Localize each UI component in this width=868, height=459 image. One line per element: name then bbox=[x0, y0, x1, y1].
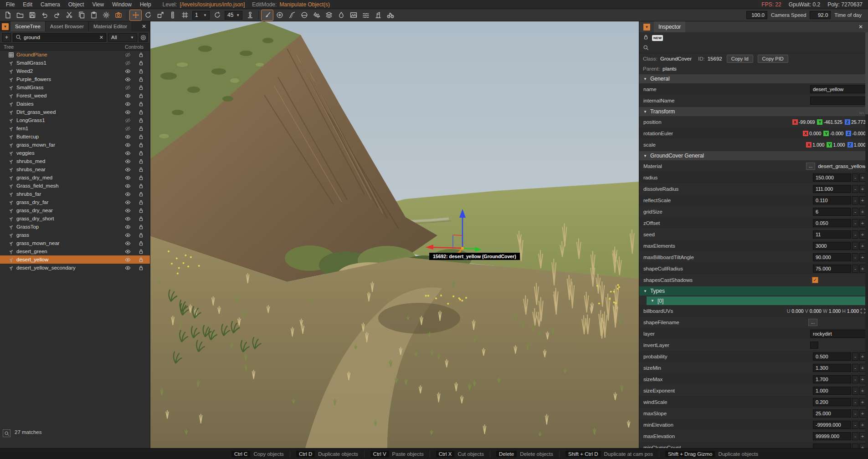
lock-inspector-icon[interactable] bbox=[643, 34, 649, 41]
increment-button[interactable]: + bbox=[859, 230, 866, 239]
scrollbar-thumb[interactable] bbox=[865, 32, 868, 114]
visibility-toggle[interactable] bbox=[124, 76, 132, 82]
tab-asset-browser[interactable]: Asset Browser bbox=[46, 21, 89, 31]
viewport[interactable]: 15692: desert_yellow (GroundCover) bbox=[150, 21, 639, 448]
visibility-toggle[interactable] bbox=[124, 191, 132, 197]
world-editor-camera-button[interactable] bbox=[113, 10, 124, 20]
viewport-scene[interactable] bbox=[150, 21, 639, 448]
tree-item-veggies[interactable]: veggies bbox=[0, 149, 150, 157]
visibility-toggle[interactable] bbox=[124, 126, 132, 132]
decrement-button[interactable]: - bbox=[852, 387, 858, 395]
section-options[interactable]: ... bbox=[859, 108, 864, 115]
visibility-toggle[interactable] bbox=[124, 109, 132, 115]
inspector-search-input[interactable] bbox=[639, 43, 868, 53]
axis-y-value[interactable]: -0.000 bbox=[830, 131, 843, 136]
lock-toggle[interactable] bbox=[138, 191, 144, 197]
tab-scenetree[interactable]: SceneTree bbox=[10, 21, 46, 31]
site-tool-button[interactable] bbox=[372, 10, 384, 20]
invertLayer-checkbox[interactable] bbox=[810, 342, 818, 349]
menu-edit[interactable]: Edit bbox=[19, 1, 36, 8]
lock-toggle[interactable] bbox=[138, 76, 144, 82]
visibility-toggle[interactable] bbox=[124, 68, 132, 74]
menu-view[interactable]: View bbox=[88, 1, 108, 8]
increment-button[interactable]: + bbox=[859, 444, 866, 449]
tree-item-Buttercup[interactable]: Buttercup bbox=[0, 133, 150, 141]
filter-dropdown[interactable]: All ▼ bbox=[108, 33, 137, 42]
lock-toggle[interactable] bbox=[138, 60, 144, 66]
tree-item-grass_mown_far[interactable]: grass_mown_far bbox=[0, 141, 150, 149]
locate-target-button[interactable] bbox=[139, 33, 148, 42]
tree-item-grass[interactable]: grass bbox=[0, 231, 150, 239]
decrement-button[interactable]: - bbox=[852, 432, 858, 440]
increment-button[interactable]: + bbox=[859, 208, 866, 216]
visibility-toggle[interactable] bbox=[124, 52, 132, 58]
menu-camera[interactable]: Camera bbox=[36, 1, 64, 8]
seed-input[interactable]: 11 bbox=[813, 230, 851, 239]
material-value[interactable]: desert_grass_yellow bbox=[818, 163, 866, 169]
decrement-button[interactable]: - bbox=[852, 444, 858, 449]
axis-z-value[interactable]: 25.773 bbox=[851, 119, 866, 125]
inspector-scrollbar[interactable] bbox=[865, 32, 868, 448]
vector3-value[interactable]: X0.000Y-0.000Z-0.000 bbox=[801, 131, 866, 136]
tree-item-grass_dry_short[interactable]: grass_dry_short bbox=[0, 214, 150, 223]
section-groundcover-general[interactable]: ▼GroundCover General bbox=[639, 151, 868, 160]
new-badge[interactable]: NEW bbox=[652, 35, 663, 41]
visibility-toggle[interactable] bbox=[124, 257, 132, 263]
increment-button[interactable]: + bbox=[859, 173, 866, 182]
increment-button[interactable]: + bbox=[859, 398, 866, 406]
add-object-button[interactable] bbox=[274, 10, 285, 20]
grid-snap-select[interactable]: 1▼ bbox=[192, 11, 210, 20]
maxSlope-input[interactable]: 25.000 bbox=[813, 409, 851, 418]
decrement-button[interactable]: - bbox=[852, 265, 858, 273]
increment-button[interactable]: + bbox=[859, 432, 866, 440]
visibility-toggle[interactable] bbox=[124, 249, 132, 255]
decrement-button[interactable]: - bbox=[852, 208, 858, 216]
visibility-toggle[interactable] bbox=[124, 85, 132, 91]
decrement-button[interactable]: - bbox=[852, 375, 858, 383]
minClumpCount-input[interactable] bbox=[813, 444, 851, 449]
maxBillboardTiltAngle-input[interactable]: 90.000 bbox=[813, 253, 851, 261]
lock-toggle[interactable] bbox=[138, 85, 144, 91]
visibility-toggle[interactable] bbox=[124, 101, 132, 107]
maxElevation-input[interactable]: 99999.000 bbox=[813, 432, 851, 440]
increment-button[interactable]: + bbox=[859, 421, 866, 429]
tree-item-Purple_flowers[interactable]: Purple_flowers bbox=[0, 75, 150, 83]
visibility-toggle[interactable] bbox=[124, 240, 132, 246]
visibility-toggle[interactable] bbox=[124, 93, 132, 99]
decrement-button[interactable]: - bbox=[852, 219, 858, 227]
panel-menu-icon[interactable]: ▼ bbox=[2, 23, 9, 30]
lock-toggle[interactable] bbox=[138, 240, 144, 246]
tree-item-Weed2[interactable]: Weed2 bbox=[0, 67, 150, 75]
probability-input[interactable]: 0.500 bbox=[813, 352, 851, 361]
tree-item-desert_yellow[interactable]: desert_yellow bbox=[0, 255, 150, 264]
visibility-toggle[interactable] bbox=[124, 216, 132, 222]
uv-value[interactable]: 1.000 bbox=[829, 308, 841, 314]
increment-button[interactable]: + bbox=[859, 409, 866, 418]
decrement-button[interactable]: - bbox=[852, 352, 858, 361]
tree-item-SmallGrass1[interactable]: SmallGrass1 bbox=[0, 59, 150, 67]
decrement-button[interactable]: - bbox=[852, 185, 858, 193]
visibility-toggle[interactable] bbox=[124, 60, 132, 66]
time-of-day-input[interactable]: 92.0 bbox=[810, 11, 831, 19]
visibility-toggle[interactable] bbox=[124, 199, 132, 205]
close-icon[interactable]: ✕ bbox=[856, 24, 866, 30]
axis-x-value[interactable]: 1.000 bbox=[812, 142, 824, 148]
increment-button[interactable]: + bbox=[859, 265, 866, 273]
tree-item-GrassTop[interactable]: GrassTop bbox=[0, 223, 150, 231]
scale-tool-button[interactable] bbox=[154, 10, 166, 20]
section-general[interactable]: ▼General bbox=[639, 74, 868, 83]
visibility-toggle[interactable] bbox=[124, 167, 132, 173]
visibility-toggle[interactable] bbox=[124, 175, 132, 181]
lock-toggle[interactable] bbox=[138, 134, 144, 140]
copy-pid-button[interactable]: Copy PID bbox=[758, 55, 788, 63]
visibility-toggle[interactable] bbox=[124, 232, 132, 238]
terrain-tool-button[interactable] bbox=[348, 10, 359, 20]
tab-material-editor[interactable]: Material Editor bbox=[89, 21, 132, 31]
axis-y-value[interactable]: 1.000 bbox=[833, 142, 845, 148]
river-tool-button[interactable] bbox=[360, 10, 371, 20]
camera-speed-input[interactable]: 100.0 bbox=[746, 11, 767, 19]
tree-item-desert_green[interactable]: desert_green bbox=[0, 247, 150, 255]
visibility-toggle[interactable] bbox=[124, 208, 132, 214]
decrement-button[interactable]: - bbox=[852, 173, 858, 182]
increment-button[interactable]: + bbox=[859, 375, 866, 383]
